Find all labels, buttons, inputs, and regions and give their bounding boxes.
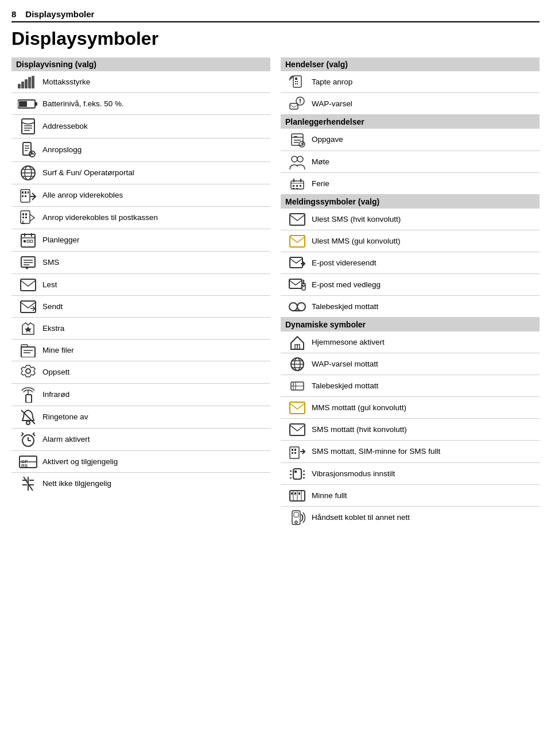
- myfiles-icon: [14, 344, 42, 357]
- mms-received-icon: [283, 402, 312, 414]
- svg-rect-53: [21, 347, 35, 357]
- svg-text:-: -: [297, 382, 298, 385]
- sms-received-icon: [283, 423, 312, 436]
- list-item: E-post videresendt: [281, 252, 540, 274]
- svg-rect-80: [295, 81, 296, 82]
- ringer-off-icon: [14, 409, 42, 425]
- right-section-header-hendelser: Hendelser (valg): [281, 57, 540, 71]
- svg-rect-87: [290, 103, 298, 109]
- email-forwarded-icon: [283, 257, 312, 269]
- item-label: Talebeskjed mottatt: [312, 381, 537, 391]
- sent-icon: [14, 300, 42, 313]
- svg-text:+: +: [293, 382, 294, 385]
- svg-rect-133: [294, 449, 296, 451]
- list-item: Sendt: [11, 296, 270, 318]
- svg-rect-132: [292, 449, 293, 451]
- list-item: Anropslogg: [11, 138, 270, 162]
- svg-rect-104: [300, 185, 301, 187]
- list-item: Anrop viderekobles til postkassen: [11, 207, 270, 229]
- home-zone-icon: [283, 335, 312, 350]
- item-label: Vibrasjonsmodus innstilt: [312, 469, 537, 479]
- addressbook-icon: [14, 118, 42, 135]
- svg-point-114: [297, 303, 305, 311]
- page: 8 Displaysymboler Displaysymboler Displa…: [0, 0, 551, 538]
- svg-point-153: [295, 521, 297, 523]
- list-item: WAP-varsel mottatt: [281, 353, 540, 375]
- meeting-icon: [283, 155, 312, 169]
- svg-rect-33: [25, 213, 27, 215]
- read-icon: [14, 279, 42, 291]
- item-label: E-post med vedlegg: [312, 280, 537, 290]
- svg-point-96: [292, 156, 297, 162]
- item-label: Anropslogg: [42, 145, 268, 155]
- svg-point-97: [297, 156, 303, 162]
- svg-rect-135: [294, 452, 296, 454]
- svg-rect-90: [294, 136, 297, 137]
- svg-rect-26: [25, 191, 26, 194]
- svg-rect-6: [35, 102, 37, 106]
- svg-rect-88: [292, 134, 303, 145]
- list-item: Mottaksstyrke: [11, 71, 270, 93]
- page-number: 8: [11, 9, 16, 19]
- list-item: Håndsett koblet til annet nett: [281, 507, 540, 529]
- svg-rect-148: [291, 492, 293, 495]
- item-label: Mine filer: [42, 345, 268, 356]
- wap-alert-icon: [283, 97, 312, 111]
- unread-sms-icon: [283, 213, 312, 226]
- item-label: Surf & Fun/ Operatørportal: [42, 168, 268, 178]
- calllog-icon: [14, 141, 42, 159]
- list-item: Mine filer: [11, 340, 270, 361]
- svg-rect-32: [22, 213, 24, 215]
- left-column: Displayvisning (valg) Mottaksstyrke: [11, 57, 270, 529]
- svg-rect-25: [22, 191, 24, 194]
- svg-rect-81: [297, 81, 298, 82]
- memory-full-icon: [283, 488, 312, 503]
- item-label: Addressebok: [42, 121, 268, 132]
- infrared-icon: [14, 387, 42, 403]
- voicemail-icon: [283, 302, 312, 312]
- task-icon: [283, 132, 312, 148]
- svg-rect-102: [293, 185, 294, 187]
- svg-rect-110: [289, 279, 302, 288]
- list-item: Oppsett: [11, 361, 270, 384]
- item-label: SMS mottatt (hvit konvolutt): [312, 425, 537, 435]
- list-item: Ekstra: [11, 318, 270, 340]
- item-label: Lest: [42, 280, 268, 290]
- list-item: MMS mottatt (gul konvolutt): [281, 397, 540, 419]
- svg-rect-8: [22, 119, 34, 134]
- item-label: Batterinivå, f.eks. 50 %.: [42, 99, 268, 109]
- list-item: SMS mottatt, SIM-minne for SMS fullt: [281, 441, 540, 463]
- item-label: Alarm aktivert: [42, 434, 268, 445]
- svg-line-66: [21, 434, 23, 436]
- handset-other-net-icon: [283, 510, 312, 526]
- svg-rect-136: [293, 469, 301, 479]
- list-item: Batterinivå, f.eks. 50 %.: [11, 93, 270, 115]
- list-item: E-post med vedlegg: [281, 274, 540, 296]
- list-item: Infrarød: [11, 384, 270, 406]
- svg-rect-108: [290, 236, 305, 247]
- list-item: + - Talebeskjed mottatt: [281, 375, 540, 397]
- list-item: SMS mottatt (hvit konvolutt): [281, 419, 540, 441]
- list-item: Addressebok: [11, 115, 270, 138]
- svg-rect-83: [297, 83, 298, 84]
- settings-icon: [14, 364, 42, 380]
- right-section-header-dynamisk: Dynamiske symboler: [281, 318, 540, 331]
- item-label: Planlegger: [42, 235, 268, 245]
- svg-rect-0: [18, 84, 21, 88]
- svg-rect-109: [290, 257, 302, 268]
- item-label: Ulest MMS (gul konvolutt): [312, 236, 537, 246]
- list-item: GP RS Aktivert og tilgjengelig: [11, 451, 270, 473]
- voicemail-dyn-icon: + -: [283, 380, 312, 392]
- svg-rect-57: [26, 395, 32, 403]
- item-label: WAP-varsel mottatt: [312, 359, 537, 369]
- svg-text:RS: RS: [21, 463, 28, 468]
- svg-marker-52: [25, 326, 32, 333]
- alarm-icon: [14, 431, 42, 448]
- svg-rect-129: [290, 402, 305, 414]
- svg-point-86: [300, 102, 301, 103]
- svg-rect-42: [24, 240, 26, 242]
- svg-rect-149: [294, 492, 296, 495]
- two-column-layout: Displayvisning (valg) Mottaksstyrke: [11, 57, 540, 529]
- list-item: Ferie: [281, 173, 540, 195]
- svg-rect-130: [290, 424, 305, 435]
